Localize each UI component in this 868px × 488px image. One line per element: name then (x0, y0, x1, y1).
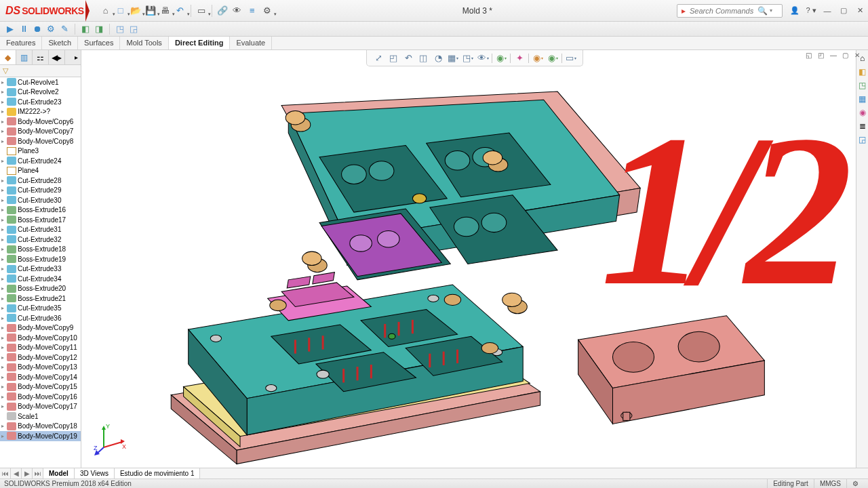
view-orientation-icon[interactable]: ▦ (447, 52, 459, 64)
macro-btn-4[interactable]: ⚙ (45, 23, 57, 35)
tree-item[interactable]: ▸Boss-Extrude21 (0, 293, 81, 304)
tree-item[interactable]: Plane4 (0, 166, 81, 176)
home-button[interactable]: ⌂ (99, 4, 113, 18)
expand-icon[interactable]: ▸ (1, 108, 7, 115)
new-doc-button[interactable]: □ (114, 4, 127, 18)
tree-item[interactable]: ▸Body-Move/Copy17 (0, 402, 81, 412)
orientation-triad[interactable]: Y X Z (94, 422, 127, 455)
zoom-area-icon[interactable]: ◰ (387, 52, 399, 64)
feature-tree-tab[interactable]: ◆ (0, 50, 16, 64)
tree-item[interactable]: Plane3 (0, 146, 81, 157)
tree-item[interactable]: ▸Body-Move/Copy10 (0, 333, 81, 343)
tree-item[interactable]: ▸Cut-Extrude30 (0, 195, 81, 205)
search-dropdown-icon[interactable]: ▾ (770, 7, 782, 14)
task-custom-icon[interactable]: ≣ (857, 121, 868, 131)
tree-item[interactable]: ▸Boss-Extrude20 (0, 284, 81, 294)
tree-item[interactable]: ▸Body-Move/Copy6 (0, 117, 81, 127)
search-icon[interactable]: 🔍 (757, 6, 770, 16)
visibility-icon[interactable]: 👁 (231, 4, 244, 18)
tree-item[interactable]: ▸Cut-Extrude29 (0, 186, 81, 196)
tree-item[interactable]: ▸Cut-Extrude36 (0, 313, 81, 323)
bottom-tab-model[interactable]: Model (43, 468, 75, 479)
tree-item[interactable]: ▸Boss-Extrude16 (0, 205, 81, 216)
macro-btn-8[interactable]: ◳ (114, 23, 126, 35)
tree-item[interactable]: ▸Cut-Extrude35 (0, 304, 81, 314)
display-style-icon[interactable]: ◳ (462, 52, 474, 64)
expand-icon[interactable]: ▸ (1, 119, 7, 125)
tab-nav-first[interactable]: ⏮ (0, 468, 11, 479)
zoom-fit-icon[interactable]: ⤢ (372, 52, 384, 64)
minimize-button[interactable]: — (819, 4, 835, 18)
tree-item[interactable]: ▸Cut-Extrude28 (0, 176, 81, 186)
macro-btn-6[interactable]: ◧ (79, 23, 92, 35)
view-settings-icon-1[interactable]: ◉ (532, 52, 544, 64)
expand-icon[interactable]: ▸ (1, 217, 7, 223)
link-icon[interactable]: 🔗 (216, 4, 229, 18)
expand-icon[interactable]: ▸ (1, 433, 7, 439)
user-icon[interactable]: 👤 (787, 4, 803, 18)
dimxpert-tab[interactable]: ◀▸ (49, 50, 65, 64)
expand-icon[interactable]: ▸ (1, 158, 7, 164)
tree-item[interactable]: ▸Cut-Revolve2 (0, 87, 81, 98)
expand-icon[interactable]: ▸ (1, 237, 7, 243)
select-button[interactable]: ▭ (195, 4, 208, 18)
tree-item[interactable]: ▸Body-Move/Copy18 (0, 422, 81, 432)
apply-scene-icon[interactable]: ✦ (513, 52, 526, 64)
save-button[interactable]: 💾 (144, 4, 157, 18)
task-forum-icon[interactable]: ◲ (857, 134, 868, 145)
ribbon-tab-evaluate[interactable]: Evaluate (230, 37, 272, 49)
tree-item[interactable]: ▸Cut-Extrude23 (0, 97, 81, 107)
macro-btn-2[interactable]: ⏸ (18, 23, 30, 35)
tree-item[interactable]: ▸Cut-Extrude24 (0, 156, 81, 166)
expand-icon[interactable]: ▸ (1, 403, 7, 409)
bottom-tab-3d-views[interactable]: 3D Views (75, 468, 115, 479)
expand-icon[interactable]: ▸ (1, 246, 7, 252)
tree-item[interactable]: ▸Body-Move/Copy19 (0, 431, 81, 441)
expand-icon[interactable]: ▸ (1, 325, 7, 331)
help-dropdown[interactable]: ? ▾ (803, 4, 819, 18)
status-custom-icon[interactable]: ⚙ (846, 479, 864, 488)
maximize-button[interactable]: ▢ (835, 4, 852, 18)
tree-item[interactable]: ▸Body-Move/Copy16 (0, 392, 81, 402)
tree-item[interactable]: ▸Cut-Extrude33 (0, 264, 81, 274)
section-view-icon[interactable]: ◫ (417, 52, 429, 64)
search-commands-box[interactable]: ▸ 🔍 ▾ (677, 4, 783, 18)
rebuild-button[interactable]: ≡ (245, 4, 259, 18)
ribbon-tab-features[interactable]: Features (0, 37, 42, 49)
tree-item[interactable]: ▸Body-Move/Copy8 (0, 136, 81, 146)
print-button[interactable]: 🖶 (159, 4, 172, 18)
property-manager-tab[interactable]: ▥ (16, 50, 33, 64)
config-manager-tab[interactable]: ⚏ (33, 50, 49, 64)
expand-icon[interactable]: ▸ (1, 315, 7, 321)
task-view-palette-icon[interactable]: ▦ (857, 94, 868, 104)
tree-item[interactable]: ▸Body-Move/Copy13 (0, 363, 81, 373)
tree-item[interactable]: ▸Body-Move/Copy7 (0, 127, 81, 137)
macro-btn-7[interactable]: ◨ (93, 23, 105, 35)
open-button[interactable]: 📂 (129, 4, 142, 18)
expand-icon[interactable]: ▸ (1, 384, 7, 390)
expand-icon[interactable]: ▸ (1, 394, 7, 400)
expand-icon[interactable]: ▸ (1, 285, 7, 291)
expand-icon[interactable]: ▸ (1, 79, 7, 85)
ribbon-tab-mold-tools[interactable]: Mold Tools (120, 37, 168, 49)
macro-btn-9[interactable]: ◲ (127, 23, 140, 35)
task-appearance-icon[interactable]: ◉ (857, 107, 868, 118)
expand-icon[interactable]: ▸ (1, 344, 7, 350)
expand-icon[interactable]: ▸ (1, 178, 7, 184)
doc-minimize[interactable]: — (830, 52, 841, 61)
tree-item[interactable]: ▸Body-Move/Copy14 (0, 372, 81, 382)
tree-item[interactable]: ▸Cut-Revolve1 (0, 77, 81, 87)
expand-icon[interactable]: ▸ (1, 128, 7, 134)
hide-show-icon[interactable]: 👁 (477, 52, 489, 64)
task-resources-icon[interactable]: ◧ (857, 66, 868, 77)
expand-icon[interactable]: ▸ (1, 305, 7, 311)
expand-icon[interactable]: ▸ (1, 364, 7, 370)
filter-icon[interactable]: ▽ (3, 66, 8, 75)
expand-icon[interactable]: ▸ (1, 256, 7, 262)
tree-item[interactable]: Scale1 (0, 411, 81, 422)
more-tabs[interactable]: ▸ (65, 50, 81, 64)
doc-close[interactable]: ✕ (854, 52, 865, 61)
tree-item[interactable]: ▸Cut-Extrude34 (0, 274, 81, 284)
doc-control-2[interactable]: ◰ (818, 52, 829, 61)
expand-icon[interactable]: ▸ (1, 266, 7, 272)
